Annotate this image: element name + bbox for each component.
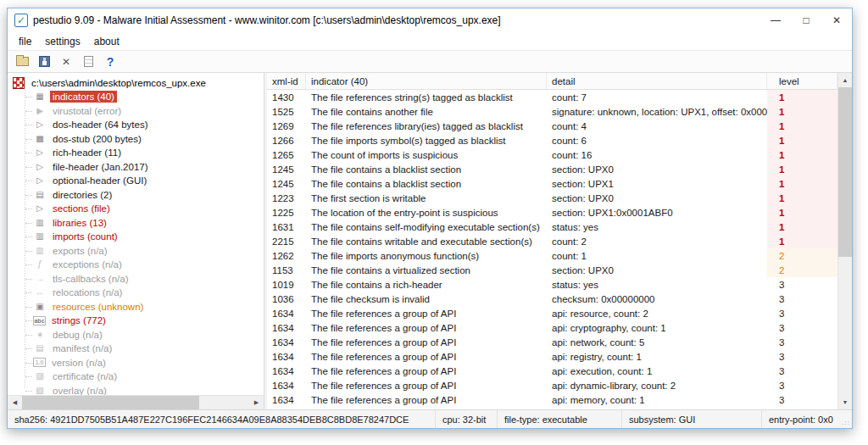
column-header-xml-id[interactable]: xml-id — [267, 73, 306, 89]
tree-item-certificate[interactable]: ▨certificate (n/a) — [19, 370, 264, 384]
table-row[interactable]: 2215The file contains writable and execu… — [267, 234, 837, 248]
tree-item-tls-callbacks[interactable]: →tls-callbacks (n/a) — [19, 272, 264, 286]
table-row[interactable]: 1631The file contains self-modifying exe… — [267, 220, 837, 234]
table-row[interactable]: 1634The file references a group of APIap… — [267, 320, 837, 335]
maximize-button[interactable]: □ — [791, 8, 821, 32]
cell-xml-id: 1634 — [267, 335, 306, 349]
cell-indicator: The file contains a virtualized section — [306, 263, 547, 277]
tree-item-strings[interactable]: abcstrings (772) — [19, 314, 264, 328]
tree-item-dos-header[interactable]: ▷dos-header (64 bytes) — [19, 118, 264, 132]
table-row[interactable]: 1245The file contains a blacklist sectio… — [267, 176, 837, 191]
file-header-icon: ▷ — [33, 160, 47, 174]
cell-xml-id: 1631 — [267, 220, 306, 234]
cell-detail: api: memory, count: 1 — [547, 392, 767, 407]
scroll-left-arrow-icon[interactable]: ◀ — [8, 396, 22, 409]
cell-level: 3 — [767, 335, 837, 349]
scroll-right-arrow-icon[interactable]: ▶ — [249, 396, 264, 409]
tree-item-virustotal[interactable]: ▶virustotal (error) — [19, 104, 264, 119]
column-header-level[interactable]: level — [767, 73, 837, 89]
cell-level: 3 — [767, 277, 837, 292]
tree-item-overlay[interactable]: ▧overlay (n/a) — [19, 384, 264, 396]
table-row[interactable]: 1223The first section is writablesection… — [267, 191, 837, 205]
indicators-table: xml-idindicator (40)detaillevel 1430The … — [267, 73, 837, 409]
hscroll-track[interactable] — [22, 396, 249, 409]
open-file-button[interactable] — [13, 53, 31, 71]
column-header-indicator[interactable]: indicator (40) — [306, 73, 547, 89]
table-row[interactable]: 1525The file contains another filesignat… — [267, 104, 837, 119]
cell-xml-id: 1265 — [267, 147, 306, 162]
cell-level: 3 — [767, 292, 837, 306]
table-row[interactable]: 1265The count of imports is suspiciousco… — [267, 147, 837, 162]
tree-item-dos-stub[interactable]: ▩dos-stub (200 bytes) — [19, 132, 264, 147]
table-row[interactable]: 1225The location of the entry-point is s… — [267, 205, 837, 220]
table-vertical-scrollbar[interactable]: ▲ ▼ — [837, 73, 852, 409]
table-row[interactable]: 1245The file contains a blacklist sectio… — [267, 162, 837, 176]
pestudio-file-icon — [13, 77, 25, 89]
titlebar[interactable]: ✓ pestudio 9.09 - Malware Initial Assess… — [8, 8, 852, 32]
tree-item-debug[interactable]: ∗debug (n/a) — [19, 328, 264, 342]
tree-item-manifest[interactable]: ▤manifest (n/a) — [19, 342, 264, 356]
hscroll-thumb[interactable] — [22, 396, 199, 409]
sections-icon: ▷ — [33, 202, 47, 215]
menu-file[interactable]: file — [12, 34, 38, 49]
resize-grip[interactable]: .:: — [842, 410, 852, 428]
tree-item-relocations[interactable]: ↔relocations (n/a) — [19, 286, 264, 300]
tree-horizontal-scrollbar[interactable]: ◀ ▶ — [8, 395, 264, 409]
table-row[interactable]: 1634The file references a group of APIap… — [267, 364, 837, 378]
cell-indicator: The file imports symbol(s) tagged as bla… — [306, 133, 547, 147]
tree-item-imports[interactable]: ▥imports (count) — [19, 230, 264, 244]
tree-item-directories[interactable]: ▤directories (2) — [19, 188, 264, 203]
tree-item-exceptions[interactable]: ƒexceptions (n/a) — [19, 258, 264, 272]
save-button[interactable] — [35, 53, 53, 71]
tree-item-label: strings (772) — [49, 314, 108, 326]
vscroll-thumb[interactable] — [838, 87, 852, 257]
cell-xml-id: 2215 — [267, 234, 306, 248]
cell-xml-id: 1634 — [267, 378, 306, 392]
minimize-button[interactable]: — — [760, 8, 791, 32]
table-row[interactable]: 1634The file references a group of APIap… — [267, 335, 837, 349]
exports-icon: ▥ — [33, 244, 47, 258]
tree-item-libraries[interactable]: ▥libraries (13) — [19, 216, 264, 231]
table-row[interactable]: 1262The file imports anonymous function(… — [267, 248, 837, 263]
table-row[interactable]: 1269The file references library(ies) tag… — [267, 119, 837, 133]
tree-item-sections[interactable]: ▷sections (file) — [19, 202, 264, 216]
cell-detail: api: cryptography, count: 1 — [547, 320, 767, 335]
tree-item-exports[interactable]: ▥exports (n/a) — [19, 244, 264, 259]
cell-indicator: The file contains a blacklist section — [306, 162, 547, 176]
table-row[interactable]: 1153The file contains a virtualized sect… — [267, 263, 837, 277]
table-row[interactable]: 1634The file references a group of APIap… — [267, 306, 837, 320]
tree-item-resources[interactable]: ▣resources (unknown) — [19, 300, 264, 314]
document-icon — [84, 56, 93, 67]
vscroll-track[interactable] — [838, 87, 852, 395]
table-row[interactable]: 1019The file contains a rich-headerstatu… — [267, 277, 837, 292]
help-button[interactable]: ? — [101, 53, 120, 71]
scroll-up-arrow-icon[interactable]: ▲ — [838, 73, 852, 87]
report-button[interactable] — [79, 53, 97, 71]
scroll-down-arrow-icon[interactable]: ▼ — [838, 395, 852, 409]
tree-root-file[interactable]: c:\users\admin\desktop\remcos_upx.exe — [11, 75, 264, 90]
libraries-icon: ▥ — [33, 216, 47, 230]
table-row[interactable]: 1634The file references a group of APIap… — [267, 378, 837, 392]
tree-item-label: overlay (n/a) — [50, 385, 109, 395]
tree-item-version[interactable]: 1.0version (n/a) — [19, 356, 264, 370]
close-button[interactable]: ✕ — [821, 8, 852, 32]
close-file-button[interactable]: ✕ — [57, 53, 75, 71]
table-row[interactable]: 1266The file imports symbol(s) tagged as… — [267, 133, 837, 147]
cell-level: 1 — [767, 162, 837, 176]
relocations-icon: ↔ — [33, 286, 47, 299]
tree-item-optional-header[interactable]: ▷optional-header (GUI) — [19, 174, 264, 188]
virustotal-icon: ▶ — [33, 104, 47, 118]
table-row[interactable]: 1430The file references string(s) tagged… — [267, 90, 837, 104]
column-header-detail[interactable]: detail — [547, 73, 767, 89]
table-row[interactable]: 1634The file references a group of APIap… — [267, 392, 837, 407]
cell-level: 3 — [767, 392, 837, 407]
tree-item-indicators[interactable]: ▦indicators (40) — [19, 90, 264, 104]
tree-item-rich-header[interactable]: ▷rich-header (11) — [19, 146, 264, 160]
tree-item-file-header[interactable]: ▷file-header (Jan.2017) — [19, 160, 264, 175]
menu-about[interactable]: about — [87, 34, 126, 49]
menu-settings[interactable]: settings — [38, 34, 86, 49]
table-row[interactable]: 1036The file checksum is invalidchecksum… — [267, 292, 837, 306]
status-cpu: cpu: 32-bit — [436, 410, 498, 428]
table-row[interactable]: 1634The file references a group of APIap… — [267, 349, 837, 364]
cell-xml-id: 1634 — [267, 364, 306, 378]
